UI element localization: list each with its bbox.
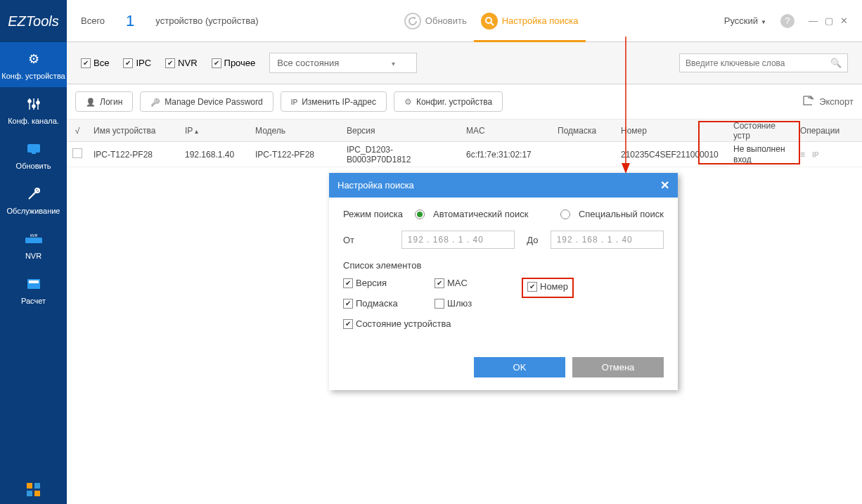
person-icon bbox=[86, 96, 96, 107]
status-select[interactable]: Все состояния bbox=[269, 53, 417, 73]
svg-point-4 bbox=[32, 105, 35, 108]
ip-to-input[interactable]: 192 . 168 . 1 . 40 bbox=[551, 231, 664, 249]
device-count: 1 bbox=[126, 12, 134, 30]
col-check[interactable]: √ bbox=[67, 126, 88, 136]
refresh-icon bbox=[24, 139, 44, 159]
dialog-title: Настройка поиска bbox=[337, 180, 414, 190]
from-label: От bbox=[343, 235, 393, 245]
sidebar-item-label: Расчет bbox=[21, 297, 46, 305]
device-table: √ Имя устройства IP Модель Версия MAC По… bbox=[67, 119, 862, 167]
nvr-icon: NVR bbox=[24, 229, 44, 249]
sidebar-item-nvr[interactable]: NVR NVR bbox=[0, 222, 67, 267]
help-button[interactable]: ? bbox=[780, 14, 795, 28]
search-icon bbox=[830, 58, 842, 68]
sidebar-item-channel-config[interactable]: Конф. канала. bbox=[0, 87, 67, 132]
radio-special[interactable] bbox=[560, 209, 570, 219]
chevron-down-icon bbox=[392, 58, 395, 68]
col-ops[interactable]: Операции bbox=[795, 126, 837, 136]
ip-action-icon[interactable] bbox=[812, 150, 818, 160]
search-settings-button[interactable]: Настройка поиска bbox=[481, 13, 579, 30]
search-box[interactable] bbox=[679, 53, 848, 72]
svg-line-14 bbox=[491, 22, 494, 25]
chk-version[interactable]: ✔Версия bbox=[343, 278, 435, 288]
col-mac[interactable]: MAC bbox=[461, 126, 552, 136]
change-ip-button[interactable]: Изменить IP-адрес bbox=[281, 91, 387, 112]
export-button[interactable]: Экспорт bbox=[801, 93, 854, 110]
manage-password-button[interactable]: Manage Device Password bbox=[140, 91, 273, 112]
export-icon bbox=[801, 93, 815, 110]
filter-all[interactable]: ✔Все bbox=[81, 58, 109, 68]
search-settings-icon bbox=[481, 13, 498, 30]
devices-label: устройство (устройства) bbox=[155, 15, 258, 26]
ok-button[interactable]: OK bbox=[474, 357, 565, 377]
sidebar-item-device-config[interactable]: ⚙ Конф. устройства bbox=[0, 42, 67, 87]
grid-icon bbox=[27, 483, 41, 497]
calc-icon bbox=[24, 274, 44, 294]
app-logo: EZTools bbox=[0, 0, 67, 42]
chk-gateway[interactable]: Шлюз bbox=[435, 298, 526, 309]
svg-rect-7 bbox=[32, 153, 36, 154]
chk-devstate[interactable]: ✔Состояние устройства bbox=[343, 318, 484, 329]
dialog-titlebar: Настройка поиска bbox=[329, 173, 678, 198]
svg-rect-12 bbox=[29, 280, 39, 283]
ip-icon bbox=[291, 96, 297, 107]
cell-status: Не выполнен вход bbox=[728, 144, 795, 164]
login-button[interactable]: Логин bbox=[75, 91, 133, 112]
svg-point-3 bbox=[28, 100, 31, 103]
cell-version: IPC_D1203-B0003P70D1812 bbox=[341, 145, 461, 164]
filter-ipc[interactable]: ✔IPC bbox=[123, 58, 151, 68]
cancel-button[interactable]: Отмена bbox=[572, 357, 664, 377]
svg-text:NVR: NVR bbox=[30, 233, 37, 238]
col-name[interactable]: Имя устройства bbox=[88, 126, 179, 136]
sidebar-apps-button[interactable] bbox=[0, 483, 67, 497]
table-header: √ Имя устройства IP Модель Версия MAC По… bbox=[67, 119, 862, 142]
svg-point-13 bbox=[486, 18, 491, 23]
mode-label: Режим поиска bbox=[343, 209, 406, 219]
sidebar-item-refresh[interactable]: Обновить bbox=[0, 132, 67, 177]
col-ip[interactable]: IP bbox=[179, 126, 250, 136]
sort-icon bbox=[195, 126, 198, 136]
cell-model: IPC-T122-PF28 bbox=[250, 150, 341, 160]
chk-submask[interactable]: ✔Подмаска bbox=[343, 298, 435, 309]
svg-point-5 bbox=[37, 101, 39, 104]
key-icon bbox=[150, 96, 160, 107]
filter-other[interactable]: ✔Прочее bbox=[212, 58, 256, 68]
sliders-icon bbox=[24, 94, 44, 114]
table-row[interactable]: IPC-T122-PF28 192.168.1.40 IPC-T122-PF28… bbox=[67, 142, 862, 167]
sidebar-item-label: Конф. устройства bbox=[1, 72, 65, 80]
filter-bar: ✔Все ✔IPC ✔NVR ✔Прочее Все состояния bbox=[67, 42, 862, 84]
dialog-close-button[interactable] bbox=[660, 179, 669, 192]
sidebar-item-maintenance[interactable]: Обслуживание bbox=[0, 177, 67, 222]
search-input[interactable] bbox=[686, 58, 826, 68]
row-checkbox[interactable] bbox=[72, 148, 82, 158]
col-submask[interactable]: Подмаска bbox=[552, 126, 615, 136]
minimize-button[interactable]: — bbox=[809, 15, 818, 26]
radio-auto[interactable] bbox=[415, 209, 425, 219]
refresh-button[interactable]: Обновить bbox=[404, 13, 467, 30]
header: Всего 1 устройство (устройства) Обновить… bbox=[67, 0, 862, 42]
close-button[interactable]: ✕ bbox=[840, 15, 848, 26]
search-settings-label: Настройка поиска bbox=[502, 15, 579, 26]
svg-rect-6 bbox=[27, 144, 40, 153]
total-label: Всего bbox=[81, 15, 105, 26]
device-config-button[interactable]: Конфиг. устройства bbox=[394, 91, 503, 112]
filter-nvr[interactable]: ✔NVR bbox=[165, 58, 197, 68]
ip-from-input[interactable]: 192 . 168 . 1 . 40 bbox=[401, 231, 515, 249]
language-selector[interactable]: Русский bbox=[724, 15, 766, 26]
list-section-label: Список элементов bbox=[343, 260, 664, 271]
radio-special-label: Специальный поиск bbox=[579, 209, 664, 219]
col-model[interactable]: Модель bbox=[250, 126, 341, 136]
chk-serial[interactable]: ✔Номер bbox=[527, 281, 568, 292]
col-version[interactable]: Версия bbox=[341, 126, 461, 136]
col-serial[interactable]: Номер bbox=[615, 126, 728, 136]
maximize-button[interactable]: ▢ bbox=[825, 15, 833, 26]
cell-mac: 6c:f1:7e:31:02:17 bbox=[461, 150, 552, 160]
col-status[interactable]: Состояние устр bbox=[728, 121, 795, 141]
chk-mac[interactable]: ✔MAC bbox=[435, 278, 526, 288]
language-label: Русский bbox=[724, 15, 758, 26]
cell-ops bbox=[795, 150, 837, 160]
sidebar-item-label: NVR bbox=[25, 252, 41, 260]
chevron-down-icon bbox=[761, 15, 766, 26]
list-icon[interactable] bbox=[800, 150, 805, 160]
sidebar-item-calc[interactable]: Расчет bbox=[0, 267, 67, 312]
